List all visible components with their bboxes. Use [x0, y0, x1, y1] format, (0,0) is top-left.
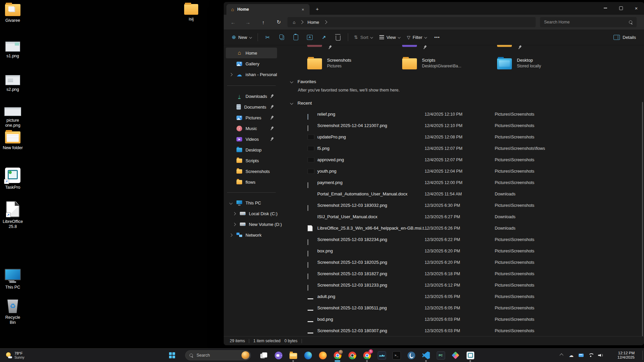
sidebar-item-network[interactable]: Network — [226, 230, 277, 240]
tile-scripts[interactable]: Scripts Desktop\Givaree\Ba... — [399, 56, 490, 75]
file-row[interactable]: f5.png 12/4/2025 12:07 PM Pictures\Scree… — [279, 143, 644, 154]
file-row[interactable]: adult.png 12/3/2025 6:05 PM Pictures\Scr… — [279, 291, 644, 302]
file-row[interactable]: ISIJ_Portal_User_Manual.docx 12/3/2025 6… — [279, 211, 644, 223]
sidebar-item-pictures[interactable]: Pictures — [226, 112, 277, 123]
close-button[interactable]: × — [629, 2, 644, 14]
file-row[interactable]: Portal_Email_Automations_User_Manual.doc… — [279, 188, 644, 200]
show-desktop-button[interactable] — [642, 351, 644, 360]
breadcrumb-home-icon[interactable]: ⌂ — [293, 20, 296, 25]
chevron-down-icon[interactable] — [290, 80, 293, 83]
desktop-icon-this-pc[interactable]: This PC — [2, 269, 23, 290]
pycharm-icon[interactable] — [433, 349, 448, 362]
forward-button[interactable]: → — [243, 17, 253, 27]
delete-button[interactable] — [331, 32, 345, 43]
sidebar-divider[interactable] — [226, 80, 277, 91]
file-row[interactable]: bod.png 12/3/2025 6:03 PM Pictures\Scree… — [279, 314, 644, 325]
vertical-scrollbar[interactable] — [642, 102, 643, 337]
task-view-icon[interactable] — [256, 349, 271, 362]
volume-icon[interactable] — [598, 353, 603, 358]
file-row[interactable]: relief.png 12/4/2025 12:10 PM Pictures\S… — [279, 109, 644, 120]
back-button[interactable]: ← — [228, 17, 238, 27]
up-button[interactable]: ↑ — [258, 17, 269, 27]
sidebar-item-scripts[interactable]: Scripts — [226, 155, 277, 166]
favorites-section-header[interactable]: Favorites — [279, 77, 316, 86]
maximize-button[interactable] — [613, 2, 629, 14]
sidebar-item-documents[interactable]: Documents — [226, 102, 277, 112]
file-row[interactable]: Screenshot 2025-12-03 182025.png 12/3/20… — [279, 257, 644, 268]
edge-icon[interactable] — [301, 349, 315, 362]
taskbar-clock[interactable]: 12:12 PM 12/4/2025 — [610, 349, 635, 362]
desktop-icon-new-folder[interactable]: New folder — [2, 131, 23, 150]
new-button[interactable]: ⊕ New — [228, 32, 255, 43]
sidebar-item-local-disk-c[interactable]: Local Disk (C:) — [226, 208, 277, 219]
tab-home[interactable]: ⌂ Home × — [226, 4, 310, 15]
breadcrumb[interactable]: ⌂ Home — [287, 17, 536, 27]
tile-screenshots[interactable]: Screenshots Pictures — [304, 56, 395, 75]
sidebar-item-desktop[interactable]: Desktop — [226, 144, 277, 155]
onedrive-icon[interactable]: ☁ — [569, 353, 574, 358]
start-button[interactable] — [169, 352, 175, 358]
file-row[interactable]: Screenshot 2025-12-03 180307.png 12/3/20… — [279, 325, 644, 337]
tile-desktop[interactable]: Desktop Stored locally — [494, 56, 585, 75]
breadcrumb-home[interactable]: Home — [308, 20, 319, 25]
chevron-icon[interactable] — [229, 201, 233, 204]
sidebar-item-downloads[interactable]: Downloads — [226, 91, 277, 102]
taskpro-icon[interactable] — [463, 349, 478, 362]
search-icon[interactable] — [629, 20, 633, 24]
sidebar-item-onedrive[interactable]: ishan - Personal — [226, 69, 277, 80]
task-manager-icon[interactable] — [374, 349, 389, 362]
file-row[interactable]: Screenshot 2025-12-03 183032.png 12/3/20… — [279, 200, 644, 211]
details-pane-button[interactable]: Details — [610, 32, 639, 43]
file-row[interactable]: approved.png 12/4/2025 12:07 PM Pictures… — [279, 154, 644, 166]
hidden-icons-chevron[interactable] — [559, 353, 564, 358]
desktop-icon-taskpro[interactable]: TaskPro — [2, 168, 23, 190]
desktop-icon-givaree[interactable]: Givaree — [2, 4, 23, 23]
weather-widget[interactable]: 78°F Sunny — [3, 349, 26, 362]
rename-button[interactable]: A — [303, 32, 317, 43]
paste-button[interactable] — [289, 32, 303, 43]
filter-button[interactable]: ▽ Filter — [404, 32, 430, 43]
wifi-icon[interactable] — [588, 353, 593, 358]
desktop-icon-s1[interactable]: s1.png — [2, 42, 23, 59]
sort-button[interactable]: ⇅ Sort — [351, 32, 376, 43]
file-row[interactable]: updatePro.png 12/4/2025 12:08 PM Picture… — [279, 131, 644, 143]
more-options-button[interactable]: ••• — [430, 32, 444, 43]
file-row[interactable]: Screenshot 2025-12-03 181827.png 12/3/20… — [279, 268, 644, 280]
desktop-icon-s2[interactable]: s2.png — [2, 75, 23, 92]
file-row[interactable]: payment.png 12/4/2025 12:00 PM Pictures\… — [279, 177, 644, 188]
tab-close-icon[interactable]: × — [300, 7, 306, 12]
sidebar-item-screenshots[interactable]: Screenshots — [226, 166, 277, 177]
share-button[interactable]: ↗ — [317, 32, 331, 43]
taskbar-search[interactable]: Search — [185, 350, 251, 360]
sidebar-item-music[interactable]: Music — [226, 123, 277, 134]
minimize-button[interactable] — [598, 2, 613, 14]
chat-icon[interactable] — [271, 349, 286, 362]
file-row[interactable]: Screenshot 2025-12-03 182234.png 12/3/20… — [279, 234, 644, 245]
chevron-icon[interactable] — [229, 233, 233, 237]
chevron-icon[interactable] — [229, 73, 233, 76]
file-row[interactable]: Screenshot 2025-12-03 180511.png 12/3/20… — [279, 302, 644, 314]
firefox-icon[interactable] — [315, 349, 330, 362]
sidebar-item-gallery[interactable]: Gallery — [226, 58, 277, 69]
keyboard-icon[interactable] — [578, 353, 584, 358]
postgresql-icon[interactable] — [404, 349, 419, 362]
new-tab-button[interactable]: + — [313, 5, 322, 13]
file-row[interactable]: box.png 12/3/2025 6:20 PM Pictures\Scree… — [279, 245, 644, 257]
file-row[interactable]: Screenshot 2025-12-04 121007.png 12/4/20… — [279, 120, 644, 131]
chevron-icon[interactable] — [233, 212, 236, 215]
desktop-icon-picture-one[interactable]: picture one.png — [2, 107, 23, 128]
diamond-app-icon[interactable] — [448, 349, 463, 362]
file-row[interactable]: Screenshot 2025-12-03 181233.png 12/3/20… — [279, 280, 644, 291]
file-row[interactable]: LibreOffice_25.8.3_Win_x86-64_helppack_e… — [279, 223, 644, 234]
sidebar-item-flows[interactable]: flows — [226, 177, 277, 187]
chevron-icon[interactable] — [233, 223, 236, 226]
chrome-profile-1-icon[interactable] — [330, 349, 345, 362]
chrome-profile-3-icon[interactable] — [360, 349, 374, 362]
chrome-profile-2-icon[interactable] — [345, 349, 360, 362]
chevron-down-icon[interactable] — [290, 101, 293, 105]
recent-section-header[interactable]: Recent — [279, 99, 312, 107]
sidebar-item-this-pc[interactable]: This PC — [226, 197, 277, 208]
sidebar-item-new-volume-d[interactable]: New Volume (D:) — [226, 219, 277, 230]
file-row[interactable]: youth.png 12/4/2025 12:04 PM Pictures\Sc… — [279, 166, 644, 177]
view-button[interactable]: View — [376, 32, 404, 43]
